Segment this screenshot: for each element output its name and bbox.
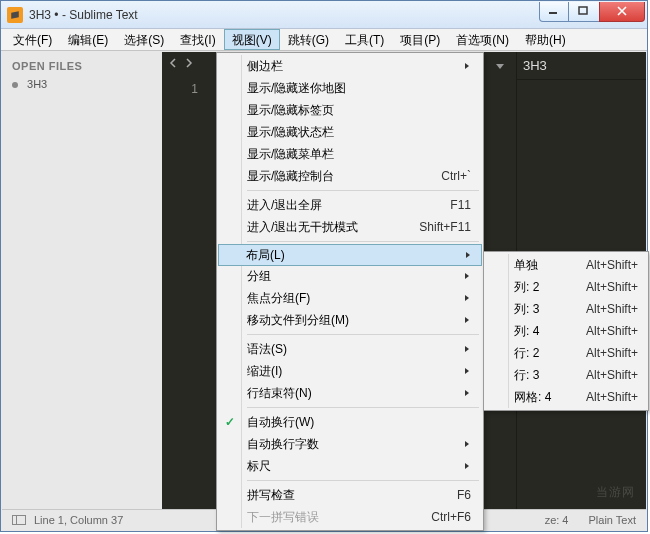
menu-item-label: 拼写检查	[247, 487, 295, 504]
check-icon: ✓	[225, 415, 235, 429]
submenu-arrow-icon	[463, 364, 471, 378]
menu-item[interactable]: 侧边栏	[219, 55, 481, 77]
menu-item[interactable]: 分组	[219, 265, 481, 287]
app-icon	[7, 7, 23, 23]
menu-item[interactable]: 显示/隐藏菜单栏	[219, 143, 481, 165]
status-tab-size[interactable]: ze: 4	[545, 514, 569, 526]
layout-submenu: 单独Alt+Shift+列: 2Alt+Shift+列: 3Alt+Shift+…	[483, 251, 649, 411]
submenu-item-label: 行: 3	[514, 367, 539, 384]
submenu-item-label: 列: 3	[514, 301, 539, 318]
submenu-item-label: 列: 4	[514, 323, 539, 340]
menu-item[interactable]: 显示/隐藏控制台Ctrl+`	[219, 165, 481, 187]
menu-item[interactable]: 焦点分组(F)	[219, 287, 481, 309]
menu-item[interactable]: 拼写检查F6	[219, 484, 481, 506]
minimize-button[interactable]	[539, 2, 569, 22]
menu-item-label: 显示/隐藏迷你地图	[247, 80, 346, 97]
menu-item-label: 行结束符(N)	[247, 385, 312, 402]
submenu-arrow-icon	[463, 437, 471, 451]
sidebar-header: OPEN FILES	[12, 60, 152, 72]
menu-bar: 文件(F) 编辑(E) 选择(S) 查找(I) 视图(V) 跳转(G) 工具(T…	[1, 29, 647, 51]
menu-shortcut: F11	[450, 198, 471, 212]
menu-item[interactable]: 进入/退出无干扰模式Shift+F11	[219, 216, 481, 238]
menu-item-label: 显示/隐藏标签页	[247, 102, 334, 119]
open-file-item[interactable]: 3H3	[12, 78, 152, 90]
open-file-name: 3H3	[27, 78, 47, 90]
submenu-arrow-icon	[464, 248, 472, 262]
menu-item-label: 侧边栏	[247, 58, 283, 75]
submenu-item-label: 行: 2	[514, 345, 539, 362]
menu-item[interactable]: 行结束符(N)	[219, 382, 481, 404]
submenu-shortcut: Alt+Shift+	[586, 346, 638, 360]
menu-item-label: 进入/退出全屏	[247, 197, 322, 214]
menu-item-label: 焦点分组(F)	[247, 290, 310, 307]
menu-view[interactable]: 视图(V)	[224, 29, 280, 50]
menu-item: 下一拼写错误Ctrl+F6	[219, 506, 481, 528]
menu-preferences[interactable]: 首选项(N)	[448, 29, 517, 50]
submenu-arrow-icon	[463, 269, 471, 283]
panel-toggle-icon[interactable]	[12, 515, 26, 525]
svg-rect-2	[579, 7, 587, 14]
status-syntax[interactable]: Plain Text	[589, 514, 637, 526]
menu-item[interactable]: 进入/退出全屏F11	[219, 194, 481, 216]
menu-project[interactable]: 项目(P)	[392, 29, 448, 50]
submenu-item[interactable]: 列: 3Alt+Shift+	[486, 298, 646, 320]
menu-separator	[247, 190, 479, 191]
menu-shortcut: Shift+F11	[419, 220, 471, 234]
menu-shortcut: F6	[457, 488, 471, 502]
menu-shortcut: Ctrl+F6	[431, 510, 471, 524]
submenu-arrow-icon	[463, 386, 471, 400]
menu-item[interactable]: 显示/隐藏状态栏	[219, 121, 481, 143]
submenu-arrow-icon	[463, 459, 471, 473]
gutter: 1	[162, 52, 208, 509]
menu-item[interactable]: 标尺	[219, 455, 481, 477]
menu-item[interactable]: 语法(S)	[219, 338, 481, 360]
chevron-left-icon[interactable]	[168, 58, 178, 68]
menu-item[interactable]: 移动文件到分组(M)	[219, 309, 481, 331]
menu-item[interactable]: ✓自动换行(W)	[219, 411, 481, 433]
close-button[interactable]	[599, 2, 645, 22]
menu-goto[interactable]: 跳转(G)	[280, 29, 337, 50]
submenu-item[interactable]: 列: 2Alt+Shift+	[486, 276, 646, 298]
menu-item-label: 语法(S)	[247, 341, 287, 358]
menu-item[interactable]: 显示/隐藏迷你地图	[219, 77, 481, 99]
menu-item-label: 分组	[247, 268, 271, 285]
submenu-shortcut: Alt+Shift+	[586, 324, 638, 338]
menu-item[interactable]: 缩进(I)	[219, 360, 481, 382]
menu-item-label: 下一拼写错误	[247, 509, 319, 526]
menu-tools[interactable]: 工具(T)	[337, 29, 392, 50]
tab-label[interactable]: 3H3	[523, 58, 547, 73]
pane-menu-icon[interactable]	[494, 58, 506, 76]
menu-item-label: 显示/隐藏菜单栏	[247, 146, 334, 163]
submenu-arrow-icon	[463, 313, 471, 327]
menu-separator	[247, 407, 479, 408]
submenu-item[interactable]: 网格: 4Alt+Shift+	[486, 386, 646, 408]
tab-nav-icons	[168, 58, 194, 68]
menu-file[interactable]: 文件(F)	[5, 29, 60, 50]
submenu-item[interactable]: 单独Alt+Shift+	[486, 254, 646, 276]
maximize-button[interactable]	[569, 2, 599, 22]
submenu-item[interactable]: 行: 2Alt+Shift+	[486, 342, 646, 364]
menu-item-label: 标尺	[247, 458, 271, 475]
menu-help[interactable]: 帮助(H)	[517, 29, 574, 50]
menu-separator	[247, 241, 479, 242]
menu-item[interactable]: 显示/隐藏标签页	[219, 99, 481, 121]
submenu-item[interactable]: 列: 4Alt+Shift+	[486, 320, 646, 342]
submenu-shortcut: Alt+Shift+	[586, 258, 638, 272]
submenu-item-label: 网格: 4	[514, 389, 551, 406]
chevron-right-icon[interactable]	[184, 58, 194, 68]
menu-item[interactable]: 布局(L)	[218, 244, 482, 266]
submenu-shortcut: Alt+Shift+	[586, 280, 638, 294]
submenu-shortcut: Alt+Shift+	[586, 368, 638, 382]
submenu-item[interactable]: 行: 3Alt+Shift+	[486, 364, 646, 386]
menu-edit[interactable]: 编辑(E)	[60, 29, 116, 50]
menu-find[interactable]: 查找(I)	[172, 29, 223, 50]
menu-item-label: 布局(L)	[246, 247, 285, 264]
submenu-arrow-icon	[463, 59, 471, 73]
menu-selection[interactable]: 选择(S)	[116, 29, 172, 50]
menu-separator	[247, 334, 479, 335]
menu-item-label: 缩进(I)	[247, 363, 282, 380]
title-bar: 3H3 • - Sublime Text	[1, 1, 647, 29]
dirty-dot-icon	[12, 82, 18, 88]
menu-separator	[247, 480, 479, 481]
menu-item[interactable]: 自动换行字数	[219, 433, 481, 455]
